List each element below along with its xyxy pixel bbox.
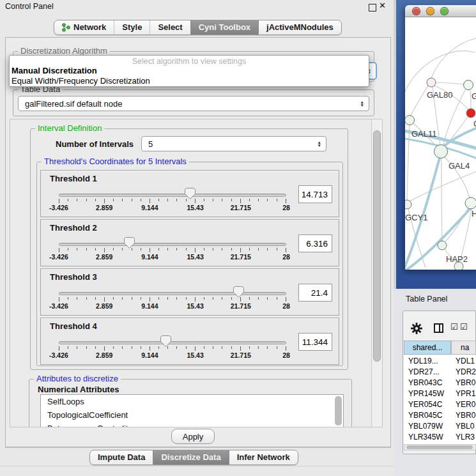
tab-label: Style bbox=[122, 22, 142, 32]
slider-ticks bbox=[59, 248, 286, 252]
attributes-list-scrollbar[interactable] bbox=[335, 396, 342, 426]
threshold-value-field[interactable]: 11.344 bbox=[298, 333, 332, 351]
cell-shared-name: YDL19... bbox=[404, 357, 451, 365]
attribute-item[interactable]: SelfLoops bbox=[41, 395, 343, 408]
network-node-label: C bbox=[473, 119, 476, 128]
network-node-label: H bbox=[472, 209, 476, 219]
float-window-icon[interactable] bbox=[369, 4, 376, 12]
network-node[interactable] bbox=[427, 78, 436, 87]
scale-label: 15.43 bbox=[187, 204, 203, 211]
network-node[interactable] bbox=[405, 200, 411, 209]
scale-label: 28 bbox=[282, 302, 290, 310]
traffic-minimize-button[interactable] bbox=[426, 7, 434, 15]
scale-label: 2.859 bbox=[96, 302, 112, 310]
apply-button[interactable]: Apply bbox=[171, 429, 215, 444]
scale-label: 21.715 bbox=[231, 204, 251, 211]
threshold-panel-3: Threshold 3-3.4262.8599.14415.4321.71528… bbox=[40, 268, 339, 316]
checkbox-icon[interactable]: ☑ bbox=[460, 322, 468, 332]
tab-infer-network[interactable]: Infer Network bbox=[229, 450, 298, 464]
threshold-slider-thumb[interactable] bbox=[124, 237, 135, 249]
traffic-zoom-button[interactable] bbox=[440, 7, 449, 15]
algorithm-option-manual[interactable]: Manual Discretization bbox=[10, 66, 369, 76]
algorithm-placeholder: Select algorithm to view settings bbox=[10, 57, 369, 66]
numerical-attributes-list[interactable]: SelfLoopsTopologicalCoefficientBetweenne… bbox=[40, 394, 344, 427]
scale-label: 28 bbox=[282, 253, 290, 261]
numerical-attributes-label: Numerical Attributes bbox=[38, 385, 119, 394]
gear-icon[interactable] bbox=[410, 322, 423, 335]
slider-ticks bbox=[59, 199, 286, 203]
network-edge bbox=[431, 38, 476, 78]
cell-name: YBR0 bbox=[451, 411, 476, 420]
network-node-label: GAL4 bbox=[449, 161, 470, 171]
table-row[interactable]: YBL079WYBL0 bbox=[404, 420, 476, 431]
network-node[interactable] bbox=[465, 197, 476, 209]
scale-label: 9.144 bbox=[141, 351, 158, 359]
scale-label: 21.715 bbox=[231, 302, 251, 310]
network-canvas[interactable]: GAL80G.CGAL11GAL4GCY1HHAP2 bbox=[405, 17, 476, 270]
close-icon[interactable]: ✕ bbox=[379, 1, 386, 10]
network-node[interactable] bbox=[438, 241, 447, 250]
column-header-name[interactable]: na bbox=[451, 341, 476, 355]
settings-scrollbar-thumb[interactable] bbox=[373, 130, 381, 362]
scale-label: 15.43 bbox=[187, 351, 203, 359]
tab-jactivemnodules[interactable]: jActiveMNodules bbox=[258, 20, 341, 35]
threshold-value-field[interactable]: 14.713 bbox=[298, 185, 332, 203]
tab-label: jActiveMNodules bbox=[266, 22, 334, 32]
threshold-slider-thumb[interactable] bbox=[160, 335, 171, 347]
network-node[interactable] bbox=[434, 145, 448, 158]
table-row[interactable]: YDR27...YDR2 bbox=[404, 366, 476, 377]
scale-label: 2.859 bbox=[96, 253, 112, 261]
table-row[interactable]: YBR043CYBR0 bbox=[404, 377, 476, 388]
network-node-label: GAL11 bbox=[411, 129, 437, 139]
threshold-slider-thumb[interactable] bbox=[233, 286, 244, 298]
table-row[interactable]: YDL19...YDL1 bbox=[404, 355, 476, 366]
tab-label: Impute Data bbox=[98, 452, 145, 462]
table-hscrollbar[interactable] bbox=[404, 444, 476, 450]
threshold-slider-track[interactable] bbox=[59, 292, 286, 295]
threshold-slider-thumb[interactable] bbox=[185, 188, 196, 199]
cell-name: YER0 bbox=[451, 400, 476, 409]
column-header-shared-name[interactable]: shared... bbox=[404, 341, 451, 355]
table-hscrollbar-thumb[interactable] bbox=[406, 445, 473, 449]
bottom-divider bbox=[5, 447, 391, 448]
table-data-select[interactable]: galFiltered.sif default node ▲▼ bbox=[18, 96, 369, 111]
network-node[interactable] bbox=[466, 109, 475, 118]
algorithm-option-equal-width[interactable]: Equal Width/Frequency Discretization bbox=[10, 76, 369, 86]
attribute-item[interactable]: TopologicalCoefficient bbox=[41, 408, 343, 422]
tab-style[interactable]: Style bbox=[114, 20, 150, 35]
number-of-intervals-spinner[interactable]: 5 ▲▼ bbox=[141, 136, 326, 151]
network-node[interactable] bbox=[464, 81, 473, 90]
tab-cyni-toolbox[interactable]: Cyni Toolbox bbox=[190, 20, 258, 35]
table-row[interactable]: YBR045CYBR0 bbox=[404, 410, 476, 420]
network-edge bbox=[436, 82, 464, 84]
threshold-label: Threshold 1 bbox=[50, 174, 97, 183]
table-header-row: shared... na bbox=[404, 341, 476, 355]
tab-discretize-data[interactable]: Discretize Data bbox=[153, 450, 228, 464]
window-bottom-divider bbox=[0, 466, 394, 466]
threshold-slider-track[interactable] bbox=[59, 194, 286, 197]
scale-label: 28 bbox=[282, 204, 290, 211]
threshold-slider-track[interactable] bbox=[59, 243, 286, 246]
scale-label: -3.426 bbox=[49, 351, 68, 359]
split-columns-icon[interactable] bbox=[434, 323, 443, 333]
threshold-value-field[interactable]: 21.4 bbox=[298, 284, 332, 302]
scale-label: 21.715 bbox=[231, 351, 251, 359]
checkbox-icon[interactable]: ☑ bbox=[450, 322, 458, 332]
table-row[interactable]: YPR145WYPR1 bbox=[404, 388, 476, 399]
attribute-item[interactable]: BetweennessCentrality bbox=[41, 422, 343, 427]
network-node[interactable] bbox=[405, 116, 415, 125]
scale-label: 9.144 bbox=[141, 253, 158, 261]
tab-network[interactable]: Network bbox=[54, 20, 114, 35]
scale-label: 21.715 bbox=[231, 253, 251, 261]
table-row[interactable]: YER054CYER0 bbox=[404, 399, 476, 410]
threshold-value-field[interactable]: 6.316 bbox=[298, 234, 332, 252]
tab-select[interactable]: Select bbox=[150, 20, 190, 35]
tab-impute-data[interactable]: Impute Data bbox=[90, 450, 153, 464]
slider-ticks bbox=[59, 297, 286, 302]
table-body: YDL19...YDL1YDR27...YDR2YBR043CYBR0YPR14… bbox=[404, 355, 476, 444]
traffic-close-button[interactable] bbox=[412, 7, 420, 15]
cell-name: YDL1 bbox=[451, 357, 476, 365]
table-row[interactable]: YLR345WYLR3 bbox=[404, 431, 476, 442]
threshold-slider-track[interactable] bbox=[59, 341, 286, 344]
network-edge bbox=[407, 125, 410, 200]
